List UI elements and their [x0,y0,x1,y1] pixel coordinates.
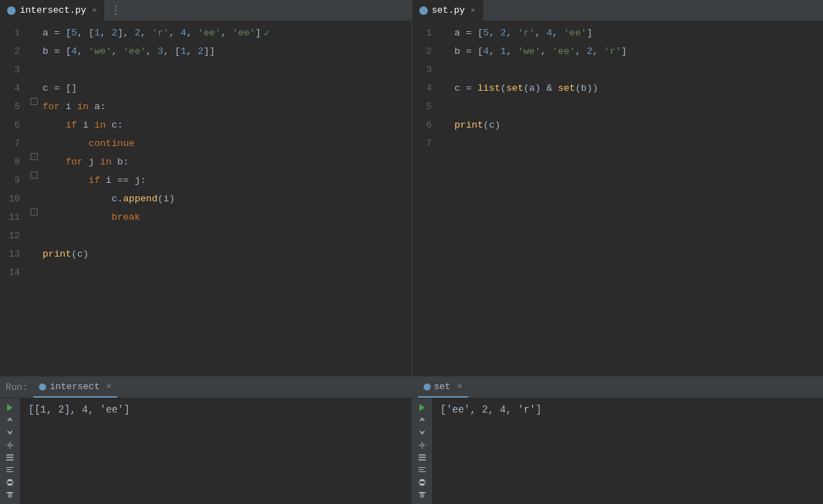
left-tab-intersect[interactable]: intersect.py × [0,0,104,21]
settings-button-right[interactable] [415,440,429,450]
left-tab-close[interactable]: × [92,6,97,15]
svg-marker-12 [419,404,425,411]
left-editor-pane: intersect.py × ⋮ 1 a = [5, [1, 2], 2, 'r… [0,0,412,376]
right-editor-pane: set.py × 1 a = [5, 2, 'r', 4, 'ee'] 2 b … [412,0,824,376]
right-tab-label: set.py [432,5,465,16]
run-panel-area: Run: intersect × [0,376,823,504]
svg-rect-23 [420,492,424,493]
svg-rect-19 [419,471,426,472]
table-row: 7 [412,135,824,153]
table-row: 9 - if i == j: [0,172,412,190]
editors-container: intersect.py × ⋮ 1 a = [5, [1, 2], 2, 'r… [0,0,823,376]
fold-icon[interactable]: - [31,153,38,160]
table-row: 4 c = [] [0,79,412,98]
svg-rect-21 [420,479,424,481]
left-run-tab-label: intersect [50,381,99,392]
svg-rect-3 [6,457,13,459]
svg-rect-2 [6,454,13,456]
table-row: 1 a = [5, [1, 2], 2, 'r', 4, 'ee', 'ee']… [0,24,412,43]
table-row: 6 if i in c: [0,116,412,135]
fold-icon[interactable]: - [31,172,38,179]
table-row: 1 a = [5, 2, 'r', 4, 'ee'] [412,24,824,43]
table-row: 10 c.append(i) [0,190,412,208]
right-tab-bar: set.py × [412,0,824,21]
python-file-icon [7,6,16,15]
svg-point-1 [9,444,11,447]
svg-rect-17 [419,467,426,468]
scroll-up-button-right[interactable] [415,415,429,425]
table-row: 5 - for i in a: [0,98,412,116]
svg-rect-16 [419,459,426,461]
left-run-panel: Run: intersect × [0,377,412,504]
table-row: 13 print(c) [0,245,412,264]
svg-rect-22 [420,483,424,486]
right-tab-close[interactable]: × [470,6,475,15]
svg-rect-10 [8,483,12,486]
scroll-down-button[interactable] [3,427,17,437]
left-run-tab[interactable]: intersect × [33,377,117,398]
svg-point-13 [421,444,424,447]
left-tab-label: intersect.py [20,5,87,16]
right-run-tab-label: set [434,381,451,392]
format-button[interactable] [3,465,17,475]
right-code-editor[interactable]: 1 a = [5, 2, 'r', 4, 'ee'] 2 b = [4, 1, … [412,21,824,376]
table-row: 12 [0,227,412,245]
clear-button[interactable] [3,490,17,500]
run-label: Run: [6,382,28,393]
table-row: 11 - break [0,208,412,227]
left-run-content: [[1, 2], 4, 'ee'] [0,398,412,504]
right-run-content: ['ee', 2, 4, 'r'] [412,398,824,504]
table-row: 2 b = [4, 'we', 'ee', 3, [1, 2]] [0,43,412,61]
settings-button[interactable] [3,440,17,450]
left-run-output: [[1, 2], 4, 'ee'] [20,398,412,504]
right-tab-set[interactable]: set.py × [412,0,483,21]
left-run-tab-close[interactable]: × [106,381,111,392]
table-row: 5 [412,98,824,116]
svg-rect-7 [6,471,13,472]
scroll-up-button[interactable] [3,415,17,425]
svg-rect-11 [8,492,12,493]
right-run-output: ['ee', 2, 4, 'r'] [432,398,824,504]
svg-rect-18 [419,469,424,470]
svg-rect-5 [6,467,13,468]
right-run-sidebar [412,398,432,504]
fold-icon[interactable]: - [31,98,38,105]
scroll-down-button-right[interactable] [415,427,429,437]
table-row: 3 [412,61,824,79]
table-row: 14 [0,264,412,282]
left-code-editor[interactable]: 1 a = [5, [1, 2], 2, 'r', 4, 'ee', 'ee']… [0,21,412,376]
run-button[interactable] [3,403,17,413]
svg-rect-14 [419,454,426,456]
wrap-button-right[interactable] [415,453,429,463]
print-button[interactable] [3,478,17,488]
wrap-button[interactable] [3,453,17,463]
format-button-right[interactable] [415,465,429,475]
table-row: 6 print(c) [412,116,824,135]
right-run-panel: set × [412,377,824,504]
right-run-tab[interactable]: set × [418,377,468,398]
svg-rect-4 [6,459,13,461]
editor-area: intersect.py × ⋮ 1 a = [5, [1, 2], 2, 'r… [0,0,823,504]
right-run-tab-bar: set × [412,377,824,398]
checkmark-icon: ✓ [264,24,270,43]
left-tab-bar: intersect.py × ⋮ [0,0,412,21]
run-button-right[interactable] [415,403,429,413]
table-row: 7 continue [0,135,412,153]
fold-icon[interactable]: - [31,208,38,215]
left-run-tab-bar: Run: intersect × [0,377,412,398]
clear-button-right[interactable] [415,490,429,500]
run-tab-icon [39,383,46,391]
svg-marker-0 [7,404,13,411]
svg-rect-9 [8,479,12,481]
table-row: 8 - for j in b: [0,153,412,172]
tab-more-button[interactable]: ⋮ [104,0,127,21]
python-file-icon-right [419,6,428,15]
right-run-tab-close[interactable]: × [457,381,463,392]
table-row: 3 [0,61,412,79]
print-button-right[interactable] [415,478,429,488]
svg-rect-15 [419,457,426,459]
left-run-sidebar [0,398,20,504]
svg-rect-6 [6,469,11,470]
table-row: 2 b = [4, 1, 'we', 'ee', 2, 'r'] [412,43,824,61]
table-row: 4 c = list(set(a) & set(b)) [412,79,824,98]
